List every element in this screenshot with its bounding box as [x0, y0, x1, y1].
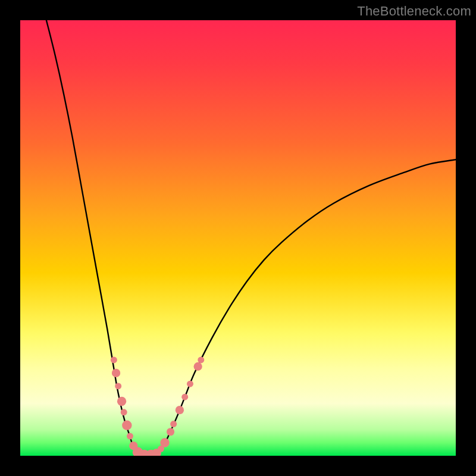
data-marker	[122, 421, 131, 430]
data-marker	[187, 381, 193, 387]
data-marker	[194, 362, 202, 371]
data-marker	[127, 433, 133, 440]
data-marker	[198, 356, 204, 363]
data-marker	[121, 409, 127, 415]
data-marker	[181, 394, 188, 400]
data-marker	[115, 383, 121, 389]
data-marker	[167, 428, 174, 436]
bottleneck-curve-svg	[20, 20, 456, 456]
curve-left	[46, 20, 151, 456]
watermark-text: TheBottleneck.com	[357, 4, 471, 19]
curve-right	[151, 159, 456, 456]
data-marker	[176, 406, 184, 414]
data-marker	[111, 356, 117, 363]
data-marker	[170, 421, 177, 427]
plot-area	[20, 20, 456, 456]
data-marker	[112, 369, 120, 377]
data-marker	[117, 397, 126, 406]
chart-frame: TheBottleneck.com	[0, 0, 476, 476]
data-marker	[160, 438, 169, 447]
